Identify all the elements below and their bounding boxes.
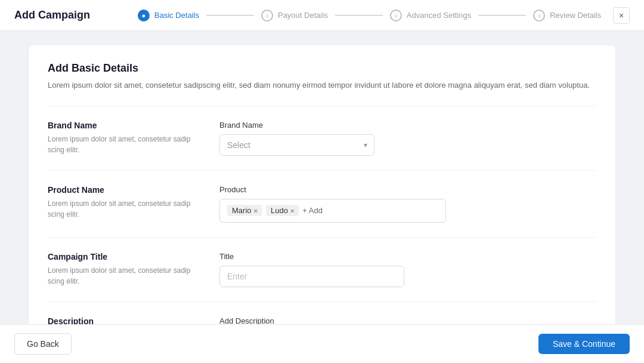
tag-ludo: Ludo × xyxy=(266,205,299,216)
footer: Go Back Save & Continue xyxy=(0,324,644,363)
brand-name-left: Brand Name Lorem ipsum dolor sit amet, c… xyxy=(48,121,191,155)
campaign-title-input[interactable] xyxy=(219,266,404,287)
go-back-button[interactable]: Go Back xyxy=(14,333,72,355)
step-connector-2 xyxy=(335,15,383,16)
product-tags-input[interactable]: Mario × Ludo × + Add xyxy=(219,199,446,223)
brand-name-field-label: Brand Name xyxy=(219,121,596,130)
form-card: Add Basic Details Lorem ipsum dolor sit … xyxy=(29,45,615,324)
description-right: Add Description B I U ≡ ⋮≡ xyxy=(219,316,596,325)
step-label-basic: Basic Details xyxy=(154,11,199,20)
tag-ludo-remove[interactable]: × xyxy=(290,207,294,214)
save-continue-button[interactable]: Save & Continue xyxy=(538,334,630,354)
step-connector-1 xyxy=(206,15,254,16)
close-button[interactable]: × xyxy=(613,7,630,24)
campaign-title-right: Title xyxy=(219,252,596,287)
step-circle-advanced: ○ xyxy=(390,10,402,21)
step-circle-basic: ● xyxy=(138,10,150,21)
step-circle-review: ○ xyxy=(533,10,545,21)
brand-name-desc: Lorem ipsum dolor sit amet, consetetur s… xyxy=(48,134,191,155)
description-field-label: Add Description xyxy=(219,316,596,325)
description-row: Description Lorem ipsum dolor sit amet, … xyxy=(48,302,596,325)
tag-ludo-label: Ludo xyxy=(271,206,288,215)
campaign-title-desc: Lorem ipsum dolor sit amet, consetetur s… xyxy=(48,265,191,287)
product-name-row: Product Name Lorem ipsum dolor sit amet,… xyxy=(48,170,596,237)
step-label-advanced: Advanced Settings xyxy=(407,11,471,20)
step-label-payout: Payout Details xyxy=(278,11,328,20)
brand-name-row: Brand Name Lorem ipsum dolor sit amet, c… xyxy=(48,106,596,170)
tag-mario-remove[interactable]: × xyxy=(254,207,258,214)
step-basic[interactable]: ● Basic Details xyxy=(138,10,199,21)
product-name-left: Product Name Lorem ipsum dolor sit amet,… xyxy=(48,185,191,220)
description-title: Description xyxy=(48,316,191,325)
step-advanced[interactable]: ○ Advanced Settings xyxy=(390,10,471,21)
add-tag-button[interactable]: + Add xyxy=(302,206,323,215)
brand-name-select[interactable]: Select xyxy=(219,134,374,156)
step-review[interactable]: ○ Review Details xyxy=(533,10,601,21)
campaign-title-title: Campaign Title xyxy=(48,252,191,262)
brand-name-title: Brand Name xyxy=(48,121,191,130)
close-icon: × xyxy=(619,11,624,20)
title-field-label: Title xyxy=(219,252,596,261)
stepper: ● Basic Details ○ Payout Details ○ Advan… xyxy=(126,10,613,21)
tag-mario: Mario × xyxy=(227,205,262,216)
description-left: Description Lorem ipsum dolor sit amet, … xyxy=(48,316,191,325)
product-name-title: Product Name xyxy=(48,185,191,195)
product-name-right: Product Mario × Ludo × + Add xyxy=(219,185,596,223)
form-title: Add Basic Details xyxy=(48,62,596,75)
brand-name-right: Brand Name Select ▾ xyxy=(219,121,596,156)
form-description: Lorem ipsum dolor sit amet, consetetur s… xyxy=(48,79,596,91)
campaign-title-left: Campaign Title Lorem ipsum dolor sit ame… xyxy=(48,252,191,287)
campaign-title-row: Campaign Title Lorem ipsum dolor sit ame… xyxy=(48,237,596,302)
main-content: Add Basic Details Lorem ipsum dolor sit … xyxy=(0,31,644,324)
step-payout[interactable]: ○ Payout Details xyxy=(261,10,328,21)
brand-name-select-wrapper: Select ▾ xyxy=(219,134,374,156)
step-label-review: Review Details xyxy=(550,11,601,20)
product-name-desc: Lorem ipsum dolor sit amet, consetetur s… xyxy=(48,198,191,220)
tag-mario-label: Mario xyxy=(232,206,252,215)
step-circle-payout: ○ xyxy=(261,10,273,21)
step-connector-3 xyxy=(478,15,526,16)
product-field-label: Product xyxy=(219,185,596,194)
page-title: Add Campaign xyxy=(14,9,90,21)
